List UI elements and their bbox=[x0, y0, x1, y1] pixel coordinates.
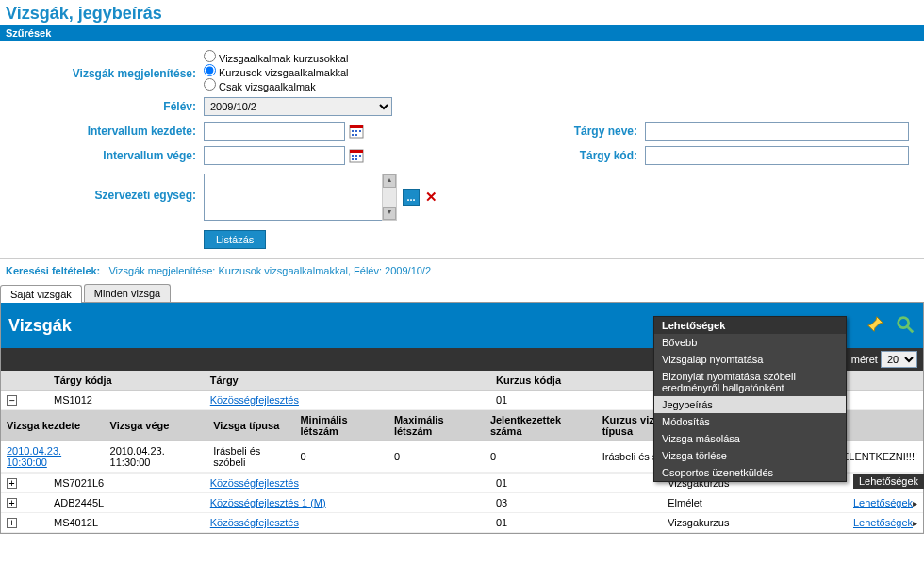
pin-icon[interactable] bbox=[865, 314, 885, 337]
sub-col-5[interactable]: Jelentkezettek száma bbox=[485, 410, 597, 441]
context-menu: Lehetőségek BővebbVizsgalap nyomtatásaBi… bbox=[653, 316, 847, 482]
cell-course-type: Elmélet bbox=[662, 493, 829, 513]
cell-course-code: 03 bbox=[490, 493, 662, 513]
svg-rect-6 bbox=[355, 134, 357, 136]
expand-icon[interactable]: + bbox=[7, 498, 17, 508]
filter-panel: Vizsgák megjelenítése: Vizsgaalkalmak ku… bbox=[0, 41, 924, 259]
page-title: Vizsgák, jegybeírás bbox=[0, 0, 924, 25]
interval-end-label: Intervallum vége: bbox=[6, 149, 204, 162]
subject-link[interactable]: Közösségfejlesztés bbox=[210, 477, 299, 489]
calendar-icon[interactable] bbox=[349, 148, 364, 163]
sub-col-3[interactable]: Minimális létszám bbox=[294, 410, 388, 441]
tab-own-exams[interactable]: Saját vizsgák bbox=[0, 285, 82, 303]
org-unit-clear-button[interactable]: ✕ bbox=[425, 189, 437, 206]
page-size-select[interactable]: 20 bbox=[881, 351, 917, 368]
radio-option-2[interactable]: Csak vizsgaalkalmak bbox=[204, 78, 316, 92]
svg-rect-13 bbox=[355, 158, 357, 160]
interval-start-input[interactable] bbox=[204, 122, 345, 141]
context-menu-item[interactable]: Bővebb bbox=[654, 334, 846, 351]
cell-course-code: 01 bbox=[490, 513, 662, 533]
svg-rect-3 bbox=[355, 130, 357, 132]
interval-start-label: Intervallum kezdete: bbox=[6, 125, 204, 138]
col-subject[interactable]: Tárgy bbox=[205, 371, 490, 391]
org-unit-label: Szervezeti egység: bbox=[6, 174, 204, 202]
svg-rect-1 bbox=[350, 125, 363, 128]
context-menu-item[interactable]: Jegybeírás bbox=[654, 396, 846, 413]
col-expand bbox=[1, 371, 25, 391]
svg-rect-11 bbox=[359, 155, 361, 157]
grid-title: Vizsgák bbox=[8, 316, 72, 336]
radio-option-1[interactable]: Kurzusok vizsgaalkalmakkal bbox=[204, 64, 349, 78]
interval-end-input[interactable] bbox=[204, 146, 345, 165]
svg-rect-4 bbox=[359, 130, 361, 132]
context-menu-item[interactable]: Vizsgalap nyomtatása bbox=[654, 351, 846, 368]
context-menu-header: Lehetőségek bbox=[654, 317, 846, 334]
col-subject-code[interactable]: Tárgy kódja bbox=[48, 371, 205, 391]
svg-rect-10 bbox=[355, 155, 357, 157]
cell-subject-code: MS7021L6 bbox=[48, 474, 205, 493]
sub-col-0[interactable]: Vizsga kezdete bbox=[1, 410, 105, 441]
svg-rect-8 bbox=[350, 150, 363, 153]
sub-col-2[interactable]: Vizsga típusa bbox=[207, 410, 294, 441]
context-menu-item[interactable]: Módosítás bbox=[654, 413, 846, 430]
sub-col-4[interactable]: Maximális létszám bbox=[388, 410, 485, 441]
radio-option-0[interactable]: Vizsgaalkalmak kurzusokkal bbox=[204, 50, 348, 64]
subject-name-label: Tárgy neve: bbox=[551, 125, 645, 138]
context-menu-item[interactable]: Bizonylat nyomtatása szóbeli eredményről… bbox=[654, 368, 846, 396]
svg-point-14 bbox=[899, 318, 909, 328]
options-button-dark[interactable]: Lehetőségek bbox=[853, 474, 924, 489]
search-icon[interactable] bbox=[895, 314, 916, 337]
scrollbar[interactable]: ▴▾ bbox=[382, 174, 397, 221]
cell-course-code: 01 bbox=[490, 391, 662, 410]
tabs: Saját vizsgák Minden vizsga bbox=[0, 284, 924, 302]
context-menu-item[interactable]: Vizsga másolása bbox=[654, 430, 846, 447]
subject-link[interactable]: Közösségfejlesztés bbox=[210, 517, 299, 528]
options-link[interactable]: Lehetőségek bbox=[853, 517, 913, 528]
subject-name-input[interactable] bbox=[645, 122, 909, 141]
options-link[interactable]: Lehetőségek bbox=[853, 497, 913, 508]
expand-icon[interactable]: + bbox=[7, 478, 17, 489]
col-course-code[interactable]: Kurzus kódja bbox=[490, 371, 662, 391]
org-unit-textarea[interactable] bbox=[204, 174, 383, 221]
tab-all-exams[interactable]: Minden vizsga bbox=[84, 284, 171, 302]
svg-rect-5 bbox=[352, 134, 354, 136]
search-conditions: Keresési feltételek: Vizsgák megjeleníté… bbox=[0, 259, 924, 282]
context-menu-item[interactable]: Vizsga törlése bbox=[654, 447, 846, 464]
cell-course-code: 01 bbox=[490, 474, 662, 493]
context-menu-item[interactable]: Csoportos üzenetküldés bbox=[654, 464, 846, 481]
svg-rect-9 bbox=[352, 155, 354, 157]
semester-select[interactable]: 2009/10/2 bbox=[204, 97, 392, 116]
collapse-icon[interactable]: − bbox=[7, 395, 17, 406]
svg-line-15 bbox=[908, 327, 914, 333]
expand-icon[interactable]: + bbox=[7, 518, 17, 528]
subject-link[interactable]: Közösségfejlesztés 1 (M) bbox=[210, 497, 326, 508]
cell-subject-code: MS1012 bbox=[48, 391, 205, 410]
semester-label: Félév: bbox=[6, 100, 204, 113]
page-size-label: méret bbox=[851, 354, 878, 365]
table-row: +ADB2445LKözösségfejlesztés 1 (M)03Elmél… bbox=[1, 493, 923, 513]
calendar-icon[interactable] bbox=[349, 124, 364, 139]
filter-header: Szűrések bbox=[0, 25, 924, 41]
sub-col-1[interactable]: Vizsga vége bbox=[105, 410, 208, 441]
cell-subject-code: MS4012L bbox=[48, 513, 205, 533]
svg-rect-12 bbox=[352, 158, 354, 160]
svg-rect-2 bbox=[352, 130, 354, 132]
table-row: +MS4012LKözösségfejlesztés01Vizsgakurzus… bbox=[1, 513, 923, 533]
cell-subject-code: ADB2445L bbox=[48, 493, 205, 513]
subject-code-label: Tárgy kód: bbox=[551, 149, 645, 162]
cell-course-type: Vizsgakurzus bbox=[662, 513, 829, 533]
exam-start-link[interactable]: 2010.04.23. 10:30:00 bbox=[7, 445, 61, 468]
org-unit-browse-button[interactable]: ... bbox=[403, 189, 420, 206]
subject-link[interactable]: Közösségfejlesztés bbox=[210, 394, 299, 406]
list-button[interactable]: Listázás bbox=[204, 230, 266, 249]
display-label: Vizsgák megjelenítése: bbox=[6, 50, 204, 80]
subject-code-input[interactable] bbox=[645, 146, 909, 165]
